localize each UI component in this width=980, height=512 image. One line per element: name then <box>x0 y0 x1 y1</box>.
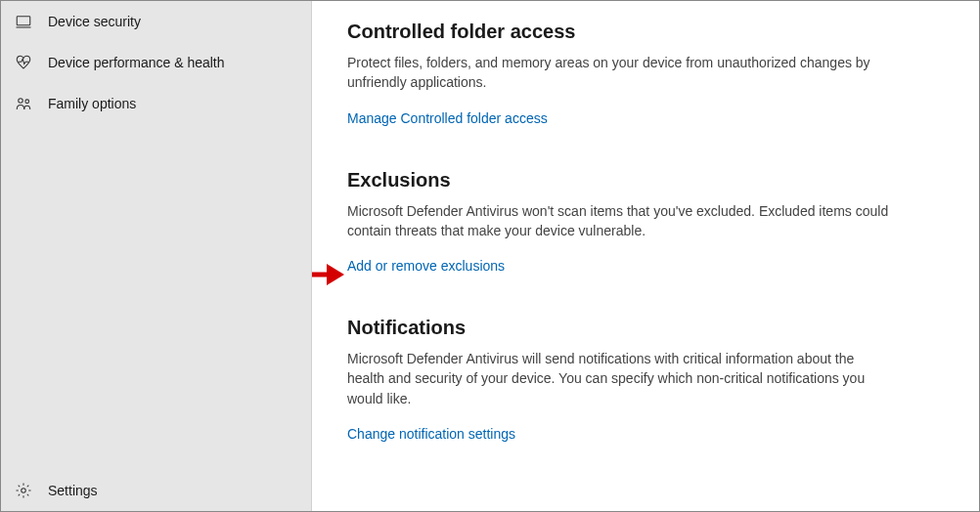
family-icon <box>15 95 32 112</box>
link-manage-controlled-folder-access[interactable]: Manage Controlled folder access <box>347 110 548 126</box>
main-content: Controlled folder access Protect files, … <box>312 1 979 511</box>
sidebar-item-device-performance[interactable]: Device performance & health <box>1 42 311 83</box>
sidebar: Device security Device performance & hea… <box>1 1 312 511</box>
section-notifications: Notifications Microsoft Defender Antivir… <box>347 317 932 442</box>
section-title: Notifications <box>347 317 932 339</box>
svg-rect-0 <box>17 17 30 25</box>
heart-icon <box>15 54 32 71</box>
sidebar-item-label: Device security <box>48 14 141 29</box>
sidebar-top: Device security Device performance & hea… <box>1 1 311 470</box>
sidebar-item-label: Device performance & health <box>48 55 225 70</box>
section-description: Microsoft Defender Antivirus will send n… <box>347 349 895 408</box>
section-controlled-folder-access: Controlled folder access Protect files, … <box>347 21 932 126</box>
section-exclusions: Exclusions Microsoft Defender Antivirus … <box>347 169 932 275</box>
section-title: Exclusions <box>347 169 932 192</box>
sidebar-item-settings[interactable]: Settings <box>1 470 311 511</box>
sidebar-item-family-options[interactable]: Family options <box>1 83 311 124</box>
section-description: Protect files, folders, and memory areas… <box>347 53 895 93</box>
annotation-arrow-icon <box>312 258 344 291</box>
sidebar-item-label: Settings <box>48 483 98 498</box>
svg-marker-6 <box>327 264 344 285</box>
gear-icon <box>15 482 32 499</box>
svg-point-3 <box>25 100 29 104</box>
sidebar-item-label: Family options <box>48 96 136 111</box>
link-add-remove-exclusions[interactable]: Add or remove exclusions <box>347 258 505 274</box>
section-description: Microsoft Defender Antivirus won't scan … <box>347 201 895 241</box>
sidebar-item-device-security[interactable]: Device security <box>1 1 311 42</box>
svg-point-2 <box>19 99 23 104</box>
device-security-icon <box>15 13 32 30</box>
link-change-notification-settings[interactable]: Change notification settings <box>347 426 515 442</box>
section-title: Controlled folder access <box>347 21 932 43</box>
svg-point-4 <box>22 489 26 493</box>
